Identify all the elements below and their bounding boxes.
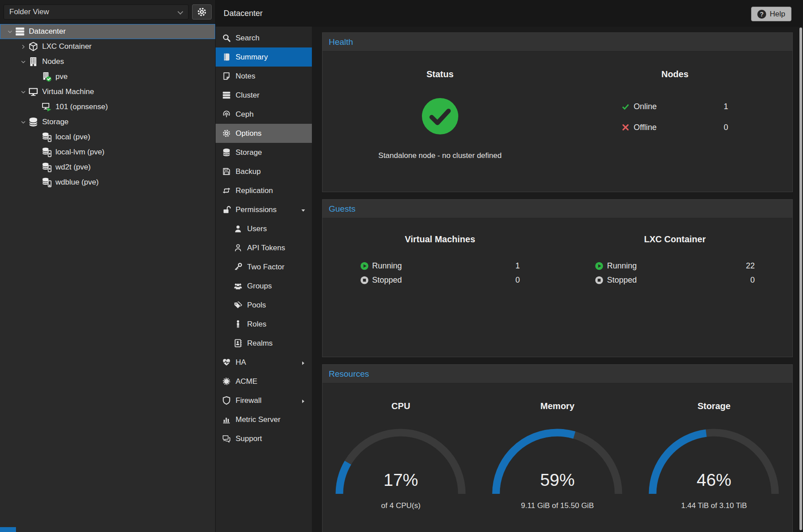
tree-item-nodes[interactable]: Nodes [0, 54, 215, 69]
tree-item-label: wd2t (pve) [55, 163, 91, 172]
nav-item-options[interactable]: Options [216, 124, 312, 143]
memory-gauge: 59% [491, 427, 624, 496]
check-circle-icon [323, 97, 558, 137]
shield-icon [222, 396, 231, 405]
tree-item-local-pve[interactable]: local (pve) [0, 130, 215, 145]
nav-item-label: Users [247, 225, 267, 233]
ceph-icon [222, 110, 231, 119]
vm-stopped-label: Stopped [372, 276, 402, 285]
nav-item-permissions[interactable]: Permissions [216, 200, 312, 219]
tree-item-storage[interactable]: Storage [0, 114, 215, 130]
nav-item-label: Options [236, 129, 262, 138]
vm-running-label: Running [372, 261, 402, 271]
nav-item-label: Replication [236, 186, 273, 195]
nav-item-firewall[interactable]: Firewall [216, 391, 312, 410]
server-stack-icon [222, 91, 231, 100]
nav-item-label: Storage [236, 148, 262, 157]
tree-item-local-lvm-pve[interactable]: local-lvm (pve) [0, 145, 215, 160]
nav-item-backup[interactable]: Backup [216, 162, 312, 181]
vertical-scrollbar [799, 28, 802, 530]
nav-item-replication[interactable]: Replication [216, 181, 312, 200]
tree-item-wd2t-pve[interactable]: wd2t (pve) [0, 160, 215, 175]
help-button-label: Help [770, 10, 785, 19]
nav-item-realms[interactable]: Realms [216, 334, 312, 353]
guests-vm-column: Virtual Machines Running 1 Stopped 0 [323, 218, 558, 357]
nav-item-two-factor[interactable]: Two Factor [216, 257, 312, 276]
resources-panel: Resources CPU 17% of 4 CPU(s) Memory [322, 364, 793, 532]
nav-item-summary[interactable]: Summary [216, 47, 312, 67]
server-stack-icon [15, 27, 25, 36]
tree-item-label: pve [55, 72, 67, 81]
play-circle-icon [595, 262, 603, 270]
gear-icon [197, 7, 207, 17]
lxc-stopped-label: Stopped [607, 276, 637, 285]
chevron-down-icon[interactable] [20, 88, 27, 95]
tree-item-101-opnsense[interactable]: 101 (opnsense) [0, 99, 215, 114]
building-online-icon [42, 72, 51, 82]
tree-item-label: Datacenter [29, 27, 66, 36]
nav-item-support[interactable]: Support [216, 429, 312, 448]
view-mode-value: Folder View [9, 8, 49, 16]
nodes-heading: Nodes [558, 69, 793, 79]
floppy-icon [222, 167, 231, 176]
cpu-gauge-column: CPU 17% of 4 CPU(s) [323, 383, 479, 532]
nav-item-label: Notes [236, 72, 255, 81]
nav-item-label: HA [236, 358, 246, 367]
nav-item-notes[interactable]: Notes [216, 67, 312, 86]
tree-item-datacenter[interactable]: Datacenter [0, 24, 215, 39]
nav-item-storage[interactable]: Storage [216, 143, 312, 162]
nav-item-acme[interactable]: ACME [216, 372, 312, 391]
tree-item-label: Virtual Machine [42, 87, 94, 96]
nav-item-label: Permissions [236, 205, 277, 214]
storage-gauge: 46% [647, 427, 780, 496]
status-heading: Status [323, 69, 558, 79]
gear-icon [222, 129, 231, 138]
unlock-icon [222, 205, 231, 214]
nav-item-ha[interactable]: HA [216, 353, 312, 372]
view-mode-select[interactable]: Folder View [4, 4, 189, 20]
search-icon [222, 34, 231, 43]
lxc-heading: LXC Container [558, 234, 793, 244]
nav-item-label: Search [236, 34, 260, 43]
nav-item-groups[interactable]: Groups [216, 276, 312, 296]
database-icon [222, 148, 231, 157]
chevron-right-icon[interactable] [20, 43, 27, 50]
nav-item-metric-server[interactable]: Metric Server [216, 410, 312, 429]
tree-item-lxc-container[interactable]: LXC Container [0, 39, 215, 54]
scrollbar-thumb[interactable] [799, 28, 802, 530]
chevron-down-icon[interactable] [20, 118, 27, 126]
nav-item-roles[interactable]: Roles [216, 315, 312, 334]
resources-panel-title: Resources [323, 365, 792, 383]
caret-down-icon[interactable] [300, 207, 306, 213]
person-icon [233, 320, 242, 329]
caret-right-icon[interactable] [300, 398, 306, 403]
nav-item-cluster[interactable]: Cluster [216, 86, 312, 105]
tree-item-virtual-machine[interactable]: Virtual Machine [0, 84, 215, 99]
help-button[interactable]: ? Help [751, 7, 791, 21]
tree-item-wdblue-pve[interactable]: wdblue (pve) [0, 175, 215, 190]
nav-item-ceph[interactable]: Ceph [216, 105, 312, 124]
vm-running-value: 1 [516, 261, 520, 271]
cpu-heading: CPU [323, 401, 479, 411]
chevron-down-icon[interactable] [6, 28, 13, 35]
memory-detail: 9.11 GiB of 15.50 GiB [479, 501, 636, 510]
header-bar: Datacenter ? Help [216, 0, 803, 27]
user-icon [233, 225, 242, 233]
storage-percent: 46% [647, 427, 780, 496]
users-icon [233, 282, 242, 291]
caret-right-icon[interactable] [300, 359, 306, 365]
nav-item-users[interactable]: Users [216, 219, 312, 238]
nav-item-pools[interactable]: Pools [216, 296, 312, 315]
vm-stopped-row: Stopped 0 [360, 273, 520, 287]
tree-settings-button[interactable] [192, 4, 212, 20]
lxc-running-label: Running [607, 261, 637, 271]
resource-tree: Datacenter LXC Container Nodes pve Virtu… [0, 24, 215, 190]
tree-item-pve[interactable]: pve [0, 69, 215, 84]
chevron-down-icon[interactable] [20, 58, 27, 65]
replication-icon [222, 186, 231, 195]
user-outline-icon [233, 244, 242, 252]
nav-item-api-tokens[interactable]: API Tokens [216, 238, 312, 257]
tree-item-label: local (pve) [55, 133, 90, 142]
nav-item-search[interactable]: Search [216, 28, 312, 47]
nav-item-label: Summary [236, 53, 268, 62]
